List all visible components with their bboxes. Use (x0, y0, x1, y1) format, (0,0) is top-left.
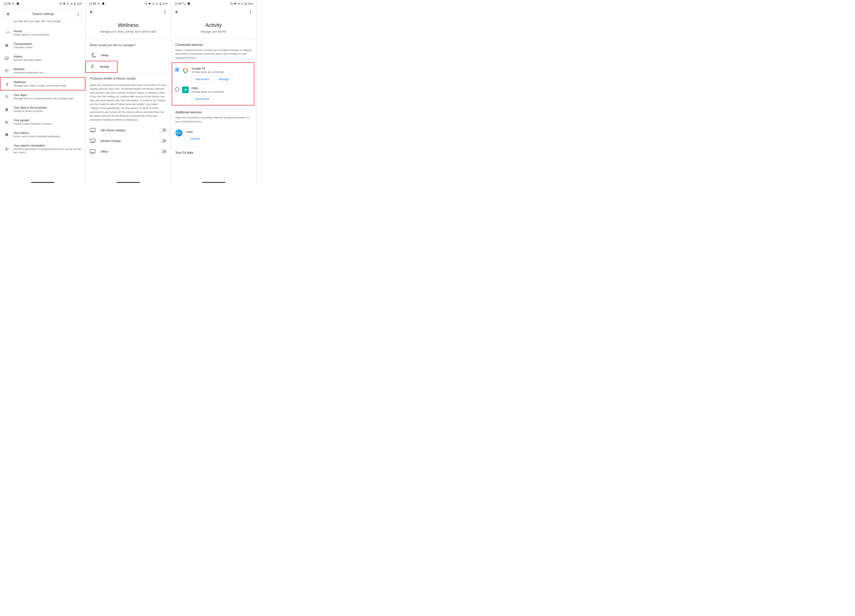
svg-point-55 (186, 90, 186, 90)
status-bar: 11:08 31% (86, 0, 171, 6)
your-fit-data-header: Your Fit data (171, 147, 256, 156)
service-google-fit[interactable]: Google Fit All data types are connected … (173, 64, 253, 84)
svg-rect-6 (75, 2, 75, 3)
signal-icon-2 (155, 2, 158, 5)
toggle-switch[interactable] (159, 128, 167, 132)
google-fit-icon (182, 67, 189, 74)
more-icon[interactable] (248, 10, 253, 14)
settings-item-your-apps[interactable]: Your appsManage how your Assistant works… (0, 90, 85, 103)
toggle-switch[interactable] (159, 150, 167, 153)
search-placeholder: Search settings (11, 12, 76, 16)
cut-off-subtitle: Get help with your apps with "Hey Google… (13, 20, 85, 23)
svg-rect-32 (90, 128, 95, 132)
svg-point-54 (186, 89, 186, 89)
radio-button[interactable] (175, 67, 179, 72)
svg-rect-44 (245, 4, 247, 5)
settings-item-speech[interactable]: Your speech recognitionAssistant gets be… (0, 141, 85, 157)
search-settings-bar[interactable]: Search settings (3, 9, 82, 19)
device-row[interactable]: Kitchen Display (86, 135, 171, 146)
svg-rect-30 (160, 4, 161, 5)
dnd-icon (59, 2, 62, 5)
wifi-icon (148, 2, 151, 5)
svg-rect-36 (90, 150, 95, 153)
battery-icon (74, 2, 76, 5)
nav-handle[interactable] (116, 182, 140, 183)
moon-icon (90, 52, 96, 58)
more-icon[interactable] (76, 12, 80, 16)
service-calm[interactable]: Calm Calm Connect (171, 126, 256, 145)
device-row[interactable]: Office (86, 146, 171, 157)
sim-icon (187, 2, 190, 5)
disconnect-button[interactable]: Disconnect (192, 76, 213, 83)
settings-item-weather[interactable]: WeatherPreferred temperature unit (0, 64, 85, 77)
signal-icon-2 (70, 2, 73, 5)
service-fitbit[interactable]: Fitbit All data types are connected Disc… (173, 84, 253, 103)
back-icon[interactable] (175, 10, 179, 14)
more-icon[interactable] (162, 10, 167, 14)
nav-handle[interactable] (202, 182, 225, 183)
screen-wellness: 11:08 31% Wellness Manage your sleep, ac… (86, 0, 171, 185)
battery-pct: 31% (77, 2, 82, 5)
svg-point-49 (185, 89, 186, 89)
settings-item-videos[interactable]: VideosServices that play videos (0, 52, 85, 64)
video-icon (5, 56, 9, 61)
settings-item-your-places[interactable]: Your placesHome, work & other important … (0, 128, 85, 141)
connected-services-header: Connected services (171, 39, 256, 48)
wellness-row-sleep[interactable]: Sleep (86, 50, 171, 61)
svg-rect-7 (74, 4, 75, 5)
device-row[interactable]: Jill's Room Display (86, 125, 171, 135)
status-time: 11:08 (89, 2, 96, 5)
toggle-switch[interactable] (159, 139, 167, 143)
svg-point-15 (6, 97, 7, 97)
signal-icon-1 (152, 2, 155, 5)
page-title: Activity (171, 22, 256, 28)
page-title: Wellness (86, 22, 171, 28)
svg-point-13 (8, 95, 8, 96)
back-icon[interactable] (89, 10, 94, 14)
svg-point-50 (185, 89, 186, 90)
settings-item-your-data[interactable]: Your data in the AssistantActivity & pri… (0, 103, 85, 116)
call-icon (98, 2, 100, 5)
wifi-icon (63, 2, 66, 5)
svg-point-17 (5, 98, 6, 98)
svg-point-31 (92, 64, 93, 65)
settings-item-stocks[interactable]: StocksFollow stocks & set preferences (0, 27, 85, 39)
svg-point-23 (6, 148, 7, 149)
sim-icon (102, 2, 105, 5)
apps-icon (5, 94, 9, 99)
svg-point-12 (6, 95, 7, 96)
connect-button[interactable]: Connect (186, 135, 204, 142)
connected-services-box: Google Fit All data types are connected … (172, 62, 254, 106)
nav-handle[interactable] (31, 182, 54, 183)
battery-icon (159, 2, 162, 5)
svg-point-52 (185, 90, 186, 91)
svg-point-18 (6, 98, 7, 98)
page-subtitle: Manage your activity (171, 30, 256, 34)
settings-item-wellness[interactable]: WellnessManage your sleep, activity, and… (0, 78, 85, 90)
svg-point-51 (185, 90, 186, 90)
call-icon (183, 2, 186, 5)
status-time: 11:08 (3, 2, 11, 5)
back-icon[interactable] (6, 12, 11, 16)
signal-icon-2 (241, 2, 244, 5)
wellness-row-activity[interactable]: Activity (86, 61, 117, 72)
settings-item-transportation[interactable]: TransportationTransport modes (0, 39, 85, 52)
svg-point-21 (6, 121, 7, 122)
trending-icon (5, 31, 9, 35)
display-icon (90, 139, 95, 143)
svg-point-53 (185, 91, 186, 91)
svg-point-19 (8, 98, 8, 98)
display-icon (90, 128, 95, 132)
svg-point-14 (5, 97, 6, 97)
display-icon (90, 149, 95, 153)
battery-icon (244, 2, 247, 5)
screen-activity: 11:08 31% Activity Manage your activity … (171, 0, 256, 185)
radio-button[interactable] (175, 87, 179, 92)
settings-item-your-people[interactable]: Your peopleFamily & other important cont… (0, 116, 85, 128)
svg-point-47 (185, 90, 185, 90)
svg-point-10 (6, 83, 8, 84)
svg-rect-34 (90, 139, 95, 142)
people-icon (5, 120, 9, 124)
disconnect-button[interactable]: Disconnect (192, 95, 213, 102)
manage-button[interactable]: Manage (215, 76, 233, 83)
